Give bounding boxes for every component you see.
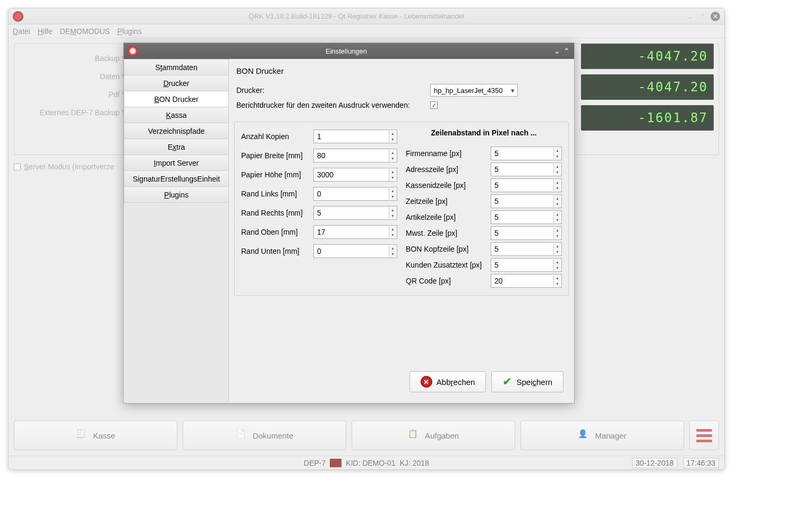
input-left-0[interactable]: 1 ▲▼	[313, 130, 397, 143]
tab-drucker[interactable]: Drucker	[124, 75, 228, 91]
spin-down-icon[interactable]: ▼	[554, 249, 561, 255]
spin-up-icon[interactable]: ▲	[554, 227, 561, 233]
label-left-0: Anzahl Kopien	[241, 132, 309, 141]
save-button[interactable]: ✔ Speichern	[491, 371, 563, 392]
label-right-5: Mwst. Zeile [px]	[406, 229, 486, 237]
spin-up-icon[interactable]: ▲	[554, 179, 561, 185]
input-right-0[interactable]: 5 ▲▼	[491, 147, 562, 160]
input-left-4[interactable]: 5 ▲▼	[313, 206, 397, 220]
spin-up-icon[interactable]: ▲	[389, 150, 396, 156]
input-right-1[interactable]: 5 ▲▼	[491, 162, 562, 176]
spin-up-icon[interactable]: ▲	[554, 259, 561, 265]
label-right-0: Firmenname [px]	[406, 149, 486, 158]
spin-down-icon[interactable]: ▼	[554, 281, 561, 287]
spin-up-icon[interactable]: ▲	[389, 169, 396, 175]
spin-up-icon[interactable]: ▲	[554, 164, 561, 169]
spin-up-icon[interactable]: ▲	[554, 243, 561, 249]
spin-down-icon[interactable]: ▼	[554, 233, 561, 239]
input-right-8[interactable]: 20 ▲▼	[491, 274, 562, 288]
spin-up-icon[interactable]: ▲	[389, 207, 396, 213]
spin-down-icon[interactable]: ▼	[554, 265, 561, 271]
spin-down-icon[interactable]: ▼	[554, 169, 561, 175]
input-right-5[interactable]: 5 ▲▼	[491, 226, 562, 240]
tab-signatur[interactable]: SignaturErstellungsEinheit	[124, 170, 228, 187]
label-left-4: Rand Rechts [mm]	[241, 209, 309, 217]
label-left-6: Rand Unten [mm]	[241, 247, 309, 255]
spin-up-icon[interactable]: ▲	[554, 148, 561, 153]
settings-tablist: Stammdaten Drucker BON Drucker Kassa Ver…	[124, 59, 229, 403]
label-left-5: Rand Oben [mm]	[241, 228, 309, 236]
spin-down-icon[interactable]: ▼	[389, 213, 396, 219]
label-left-3: Rand Links [mm]	[241, 190, 309, 198]
expand-icon[interactable]: ⌃	[563, 47, 570, 55]
dialog-title: Einstellungen	[142, 47, 551, 55]
label-right-1: Adresszeile [px]	[406, 165, 486, 174]
report-printer-label: Berichtdrucker für den zweiten Ausdruck …	[236, 101, 425, 109]
spin-down-icon[interactable]: ▼	[554, 153, 561, 159]
label-right-7: Kunden Zusatztext [px]	[406, 261, 486, 269]
spin-up-icon[interactable]: ▲	[554, 275, 561, 281]
spin-down-icon[interactable]: ▼	[554, 217, 561, 223]
spin-up-icon[interactable]: ▲	[389, 245, 396, 251]
input-right-3[interactable]: 5 ▲▼	[491, 194, 562, 208]
spin-down-icon[interactable]: ▼	[389, 156, 396, 161]
cancel-button[interactable]: ✕ Abbrechen	[409, 371, 486, 392]
printer-label: Drucker:	[236, 86, 425, 95]
tab-bon-drucker[interactable]: BON Drucker	[124, 91, 228, 107]
dialog-titlebar: Einstellungen ⌄ ⌃	[124, 43, 574, 59]
tab-plugins[interactable]: Plugins	[124, 186, 228, 203]
tab-extra[interactable]: Extra	[124, 139, 228, 155]
spin-down-icon[interactable]: ▼	[554, 201, 561, 207]
tab-import-server[interactable]: Import Server	[124, 155, 228, 171]
input-right-4[interactable]: 5 ▲▼	[491, 210, 562, 224]
section-title: BON Drucker	[236, 66, 569, 75]
spin-down-icon[interactable]: ▼	[389, 175, 396, 181]
input-left-2[interactable]: 3000 ▲▼	[313, 168, 397, 182]
spin-down-icon[interactable]: ▼	[389, 194, 396, 200]
cancel-icon: ✕	[421, 376, 432, 388]
tab-content: BON Drucker Drucker: hp_hp_LaserJet_4350…	[229, 59, 574, 403]
settings-dialog: Einstellungen ⌄ ⌃ Stammdaten Drucker BON…	[123, 42, 575, 404]
input-left-6[interactable]: 0 ▲▼	[313, 244, 397, 258]
checkmark-icon: ✔	[502, 375, 512, 389]
label-left-2: Papier Höhe [mm]	[241, 170, 309, 179]
spin-up-icon[interactable]: ▲	[389, 131, 396, 136]
spin-up-icon[interactable]: ▲	[554, 211, 561, 217]
dialog-icon	[128, 46, 138, 56]
input-left-3[interactable]: 0 ▲▼	[313, 187, 397, 201]
input-right-6[interactable]: 5 ▲▼	[491, 242, 562, 256]
input-right-2[interactable]: 5 ▲▼	[491, 178, 562, 192]
spin-down-icon[interactable]: ▼	[389, 136, 396, 142]
spin-up-icon[interactable]: ▲	[389, 188, 396, 194]
spin-down-icon[interactable]: ▼	[554, 185, 561, 191]
input-left-1[interactable]: 80 ▲▼	[313, 149, 397, 162]
spin-down-icon[interactable]: ▼	[389, 232, 396, 238]
spin-up-icon[interactable]: ▲	[554, 195, 561, 201]
label-right-4: Artikelzeile [px]	[406, 213, 486, 221]
tab-kassa[interactable]: Kassa	[124, 107, 228, 123]
label-right-8: QR Code [px]	[406, 277, 486, 285]
spin-down-icon[interactable]: ▼	[389, 251, 396, 257]
label-left-1: Papier Breite [mm]	[241, 151, 309, 160]
input-right-7[interactable]: 5 ▲▼	[491, 258, 562, 272]
collapse-icon[interactable]: ⌄	[554, 47, 560, 55]
right-column-header: Zeilenabstand in Pixel nach ...	[406, 128, 562, 137]
tab-verzeichnispfade[interactable]: Verzeichnispfade	[124, 123, 228, 139]
label-right-6: BON Kopfzeile [px]	[406, 245, 486, 253]
tab-stammdaten[interactable]: Stammdaten	[124, 59, 228, 75]
spin-up-icon[interactable]: ▲	[389, 226, 396, 232]
label-right-2: Kassenidzeile [px]	[406, 181, 486, 190]
input-left-5[interactable]: 17 ▲▼	[313, 225, 397, 239]
label-right-3: Zeitzeile [px]	[406, 197, 486, 205]
report-printer-checkbox[interactable]: ✓	[430, 101, 438, 109]
printer-combo[interactable]: hp_hp_LaserJet_4350	[430, 84, 518, 97]
